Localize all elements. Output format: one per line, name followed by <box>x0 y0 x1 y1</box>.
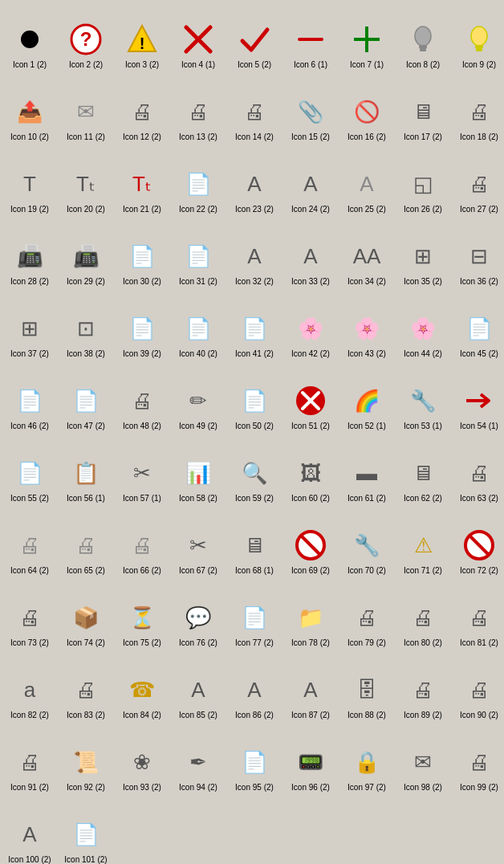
icon-cell-94[interactable]: ✒Icon 94 (2) <box>170 724 226 797</box>
icon-cell-59[interactable]: 🔍Icon 59 (2) <box>226 435 282 507</box>
icon-cell-90[interactable]: 🖨Icon 90 (2) <box>451 652 504 724</box>
icon-cell-100[interactable]: AIcon 100 (2) <box>2 797 58 864</box>
icon-cell-79[interactable]: 🖨Icon 79 (2) <box>339 580 395 652</box>
icon-cell-39[interactable]: 📄Icon 39 (2) <box>114 291 170 363</box>
icon-cell-2[interactable]: ?Icon 2 (2) <box>58 2 114 74</box>
icon-cell-40[interactable]: 📄Icon 40 (2) <box>170 291 226 363</box>
icon-cell-67[interactable]: ✂Icon 67 (2) <box>170 507 226 580</box>
icon-cell-45[interactable]: 📄Icon 45 (2) <box>451 291 504 363</box>
icon-cell-73[interactable]: 🖨Icon 73 (2) <box>2 580 58 652</box>
icon-cell-88[interactable]: 🗄Icon 88 (2) <box>339 652 395 724</box>
icon-cell-49[interactable]: ✏Icon 49 (2) <box>170 363 226 435</box>
icon-cell-61[interactable]: ▬Icon 61 (2) <box>339 435 395 507</box>
icon-cell-7[interactable]: Icon 7 (1) <box>339 2 395 74</box>
icon-cell-11[interactable]: ✉Icon 11 (2) <box>58 74 114 146</box>
icon-cell-76[interactable]: 💬Icon 76 (2) <box>170 580 226 652</box>
icon-cell-8[interactable]: Icon 8 (2) <box>395 2 451 74</box>
icon-cell-54[interactable]: Icon 54 (1) <box>451 363 504 435</box>
icon-cell-5[interactable]: Icon 5 (2) <box>226 2 282 74</box>
icon-cell-71[interactable]: ⚠Icon 71 (2) <box>395 507 451 580</box>
icon-cell-41[interactable]: 📄Icon 41 (2) <box>226 291 282 363</box>
icon-cell-46[interactable]: 📄Icon 46 (2) <box>2 363 58 435</box>
icon-cell-35[interactable]: ⊞Icon 35 (2) <box>395 218 451 291</box>
icon-cell-21[interactable]: TₜIcon 21 (2) <box>114 146 170 218</box>
icon-cell-52[interactable]: 🌈Icon 52 (1) <box>339 363 395 435</box>
icon-cell-96[interactable]: 📟Icon 96 (2) <box>282 724 339 797</box>
icon-cell-63[interactable]: 🖨Icon 63 (2) <box>451 435 504 507</box>
icon-cell-4[interactable]: Icon 4 (1) <box>170 2 226 74</box>
icon-cell-74[interactable]: 📦Icon 74 (2) <box>58 580 114 652</box>
icon-cell-15[interactable]: 📎Icon 15 (2) <box>282 74 339 146</box>
icon-cell-16[interactable]: 🚫Icon 16 (2) <box>339 74 395 146</box>
icon-cell-53[interactable]: 🔧Icon 53 (1) <box>395 363 451 435</box>
icon-cell-17[interactable]: 🖥Icon 17 (2) <box>395 74 451 146</box>
icon-cell-12[interactable]: 🖨Icon 12 (2) <box>114 74 170 146</box>
icon-cell-55[interactable]: 📄Icon 55 (2) <box>2 435 58 507</box>
icon-cell-56[interactable]: 📋Icon 56 (1) <box>58 435 114 507</box>
icon-cell-3[interactable]: !Icon 3 (2) <box>114 2 170 74</box>
icon-cell-27[interactable]: 🖨Icon 27 (2) <box>451 146 504 218</box>
icon-cell-23[interactable]: AIcon 23 (2) <box>226 146 282 218</box>
icon-cell-25[interactable]: AIcon 25 (2) <box>339 146 395 218</box>
icon-cell-36[interactable]: ⊟Icon 36 (2) <box>451 218 504 291</box>
icon-cell-47[interactable]: 📄Icon 47 (2) <box>58 363 114 435</box>
icon-cell-19[interactable]: TIcon 19 (2) <box>2 146 58 218</box>
icon-cell-34[interactable]: AAIcon 34 (2) <box>339 218 395 291</box>
icon-cell-1[interactable]: Icon 1 (2) <box>2 2 58 74</box>
icon-cell-95[interactable]: 📄Icon 95 (2) <box>226 724 282 797</box>
icon-cell-66[interactable]: 🖨Icon 66 (2) <box>114 507 170 580</box>
icon-cell-48[interactable]: 🖨Icon 48 (2) <box>114 363 170 435</box>
icon-cell-42[interactable]: 🌸Icon 42 (2) <box>282 291 339 363</box>
icon-cell-93[interactable]: ❀Icon 93 (2) <box>114 724 170 797</box>
icon-cell-14[interactable]: 🖨Icon 14 (2) <box>226 74 282 146</box>
icon-cell-10[interactable]: 📤Icon 10 (2) <box>2 74 58 146</box>
icon-cell-24[interactable]: AIcon 24 (2) <box>282 146 339 218</box>
icon-cell-92[interactable]: 📜Icon 92 (2) <box>58 724 114 797</box>
icon-cell-85[interactable]: AIcon 85 (2) <box>170 652 226 724</box>
icon-cell-98[interactable]: ✉Icon 98 (2) <box>395 724 451 797</box>
icon-cell-60[interactable]: 🖼Icon 60 (2) <box>282 435 339 507</box>
icon-cell-9[interactable]: Icon 9 (2) <box>451 2 504 74</box>
icon-cell-51[interactable]: Icon 51 (2) <box>282 363 339 435</box>
icon-cell-26[interactable]: ◱Icon 26 (2) <box>395 146 451 218</box>
icon-cell-32[interactable]: AIcon 32 (2) <box>226 218 282 291</box>
icon-cell-37[interactable]: ⊞Icon 37 (2) <box>2 291 58 363</box>
icon-cell-68[interactable]: 🖥Icon 68 (1) <box>226 507 282 580</box>
icon-cell-50[interactable]: 📄Icon 50 (2) <box>226 363 282 435</box>
icon-cell-91[interactable]: 🖨Icon 91 (2) <box>2 724 58 797</box>
icon-cell-30[interactable]: 📄Icon 30 (2) <box>114 218 170 291</box>
icon-cell-29[interactable]: 📠Icon 29 (2) <box>58 218 114 291</box>
icon-cell-86[interactable]: AIcon 86 (2) <box>226 652 282 724</box>
icon-cell-57[interactable]: ✂Icon 57 (1) <box>114 435 170 507</box>
icon-cell-18[interactable]: 🖨Icon 18 (2) <box>451 74 504 146</box>
icon-cell-83[interactable]: 🖨Icon 83 (2) <box>58 652 114 724</box>
icon-cell-44[interactable]: 🌸Icon 44 (2) <box>395 291 451 363</box>
icon-cell-58[interactable]: 📊Icon 58 (2) <box>170 435 226 507</box>
icon-cell-6[interactable]: Icon 6 (1) <box>282 2 339 74</box>
icon-cell-87[interactable]: AIcon 87 (2) <box>282 652 339 724</box>
icon-cell-20[interactable]: TₜIcon 20 (2) <box>58 146 114 218</box>
icon-cell-70[interactable]: 🔧Icon 70 (2) <box>339 507 395 580</box>
icon-cell-77[interactable]: 📄Icon 77 (2) <box>226 580 282 652</box>
icon-cell-38[interactable]: ⊡Icon 38 (2) <box>58 291 114 363</box>
icon-cell-33[interactable]: AIcon 33 (2) <box>282 218 339 291</box>
icon-cell-75[interactable]: ⏳Icon 75 (2) <box>114 580 170 652</box>
icon-cell-62[interactable]: 🖥Icon 62 (2) <box>395 435 451 507</box>
icon-cell-80[interactable]: 🖨Icon 80 (2) <box>395 580 451 652</box>
icon-cell-28[interactable]: 📠Icon 28 (2) <box>2 218 58 291</box>
icon-cell-72[interactable]: Icon 72 (2) <box>451 507 504 580</box>
icon-cell-22[interactable]: 📄Icon 22 (2) <box>170 146 226 218</box>
icon-cell-84[interactable]: ☎Icon 84 (2) <box>114 652 170 724</box>
icon-cell-13[interactable]: 🖨Icon 13 (2) <box>170 74 226 146</box>
icon-cell-81[interactable]: 🖨Icon 81 (2) <box>451 580 504 652</box>
icon-cell-78[interactable]: 📁Icon 78 (2) <box>282 580 339 652</box>
icon-cell-82[interactable]: aIcon 82 (2) <box>2 652 58 724</box>
icon-cell-99[interactable]: 🖨Icon 99 (2) <box>451 724 504 797</box>
icon-cell-64[interactable]: 🖨Icon 64 (2) <box>2 507 58 580</box>
icon-cell-89[interactable]: 🖨Icon 89 (2) <box>395 652 451 724</box>
icon-cell-101[interactable]: 📄Icon 101 (2) <box>58 797 114 864</box>
icon-cell-31[interactable]: 📄Icon 31 (2) <box>170 218 226 291</box>
icon-cell-43[interactable]: 🌸Icon 43 (2) <box>339 291 395 363</box>
icon-cell-69[interactable]: Icon 69 (2) <box>282 507 339 580</box>
icon-cell-97[interactable]: 🔒Icon 97 (2) <box>339 724 395 797</box>
